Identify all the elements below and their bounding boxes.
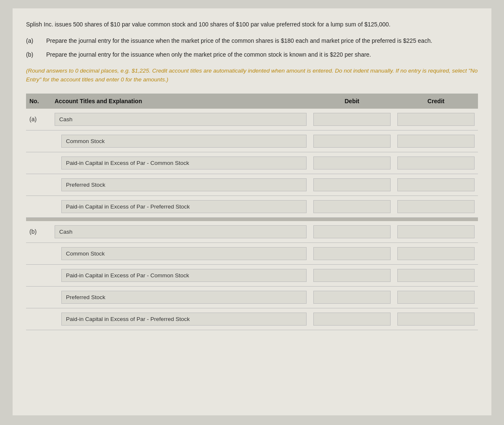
row-b3-no	[26, 273, 51, 278]
row-a2-credit[interactable]	[394, 132, 478, 150]
part-a-label: (a)	[26, 37, 46, 45]
debit-input-b2[interactable]	[313, 247, 391, 260]
credit-input-a3[interactable]	[397, 156, 475, 169]
row-b5-credit[interactable]	[394, 310, 478, 328]
credit-input-a5[interactable]	[397, 200, 475, 213]
row-b4-debit[interactable]	[310, 288, 394, 306]
row-a1-account[interactable]	[51, 110, 310, 128]
account-input-b3[interactable]	[61, 269, 307, 282]
table-row: (b)	[26, 221, 478, 243]
table-row	[26, 196, 478, 218]
row-a3-no	[26, 160, 51, 165]
header-no: No.	[26, 94, 51, 109]
row-a5-debit[interactable]	[310, 198, 394, 216]
account-input-a4[interactable]	[61, 178, 307, 191]
table-header: No. Account Titles and Explanation Debit…	[26, 94, 478, 109]
credit-input-a1[interactable]	[397, 113, 475, 126]
debit-input-a5[interactable]	[313, 200, 391, 213]
row-a3-account[interactable]	[51, 154, 310, 172]
part-b-text: Prepare the journal entry for the issuan…	[46, 50, 478, 59]
row-b2-debit[interactable]	[310, 245, 394, 263]
account-input-b4[interactable]	[61, 291, 307, 304]
row-a5-no	[26, 204, 51, 209]
row-b1-credit[interactable]	[394, 223, 478, 241]
row-a5-credit[interactable]	[394, 198, 478, 216]
debit-input-a3[interactable]	[313, 156, 391, 169]
section-divider	[26, 218, 478, 221]
credit-input-b1[interactable]	[397, 225, 475, 238]
row-a2-account[interactable]	[51, 132, 310, 150]
table-row	[26, 152, 478, 174]
credit-input-b5[interactable]	[397, 313, 475, 326]
table-row	[26, 243, 478, 265]
credit-input-b2[interactable]	[397, 247, 475, 260]
debit-input-b4[interactable]	[313, 291, 391, 304]
table-row	[26, 308, 478, 330]
row-a1-no: (a)	[26, 113, 51, 125]
row-b3-account[interactable]	[51, 266, 310, 284]
table-row	[26, 174, 478, 196]
row-a2-no	[26, 138, 51, 143]
debit-input-b3[interactable]	[313, 269, 391, 282]
row-a3-debit[interactable]	[310, 154, 394, 172]
credit-input-a2[interactable]	[397, 135, 475, 148]
part-a-text: Prepare the journal entry for the issuan…	[46, 37, 478, 45]
row-b3-credit[interactable]	[394, 266, 478, 284]
credit-input-b3[interactable]	[397, 269, 475, 282]
table-row	[26, 265, 478, 287]
row-a3-credit[interactable]	[394, 154, 478, 172]
credit-input-b4[interactable]	[397, 291, 475, 304]
account-input-b2[interactable]	[61, 247, 307, 260]
row-b3-debit[interactable]	[310, 266, 394, 284]
row-a4-account[interactable]	[51, 176, 310, 194]
row-b4-credit[interactable]	[394, 288, 478, 306]
account-input-a2[interactable]	[61, 135, 307, 148]
row-a2-debit[interactable]	[310, 132, 394, 150]
debit-input-a4[interactable]	[313, 178, 391, 191]
row-b1-account[interactable]	[51, 223, 310, 241]
row-a4-debit[interactable]	[310, 176, 394, 194]
table-row: (a)	[26, 109, 478, 130]
header-debit: Debit	[310, 94, 394, 109]
credit-input-a4[interactable]	[397, 178, 475, 191]
row-b2-account[interactable]	[51, 245, 310, 263]
account-input-b1[interactable]	[55, 225, 307, 238]
header-credit: Credit	[394, 94, 478, 109]
part-b: (b) Prepare the journal entry for the is…	[26, 50, 478, 59]
row-b4-account[interactable]	[51, 288, 310, 306]
account-input-a1[interactable]	[55, 113, 307, 126]
problem-text: Splish Inc. issues 500 shares of $10 par…	[26, 20, 478, 29]
header-account: Account Titles and Explanation	[51, 94, 310, 109]
account-input-b5[interactable]	[61, 313, 307, 326]
part-b-label: (b)	[26, 50, 46, 59]
table-row	[26, 130, 478, 152]
row-a5-account[interactable]	[51, 198, 310, 216]
row-b2-credit[interactable]	[394, 245, 478, 263]
row-b5-account[interactable]	[51, 310, 310, 328]
debit-input-a1[interactable]	[313, 113, 391, 126]
row-b2-no	[26, 251, 51, 256]
page: Splish Inc. issues 500 shares of $10 par…	[13, 8, 491, 415]
row-b5-no	[26, 316, 51, 321]
table-row	[26, 287, 478, 308]
debit-input-b1[interactable]	[313, 225, 391, 238]
debit-input-a2[interactable]	[313, 135, 391, 148]
row-b4-no	[26, 295, 51, 300]
instruction-text: (Round answers to 0 decimal places, e.g.…	[26, 67, 478, 84]
row-a4-credit[interactable]	[394, 176, 478, 194]
row-b1-debit[interactable]	[310, 223, 394, 241]
account-input-a3[interactable]	[61, 156, 307, 169]
row-b5-debit[interactable]	[310, 310, 394, 328]
account-input-a5[interactable]	[61, 200, 307, 213]
row-a1-credit[interactable]	[394, 110, 478, 128]
row-a1-debit[interactable]	[310, 110, 394, 128]
part-a: (a) Prepare the journal entry for the is…	[26, 37, 478, 45]
debit-input-b5[interactable]	[313, 313, 391, 326]
row-a4-no	[26, 182, 51, 187]
row-b1-no: (b)	[26, 226, 51, 237]
